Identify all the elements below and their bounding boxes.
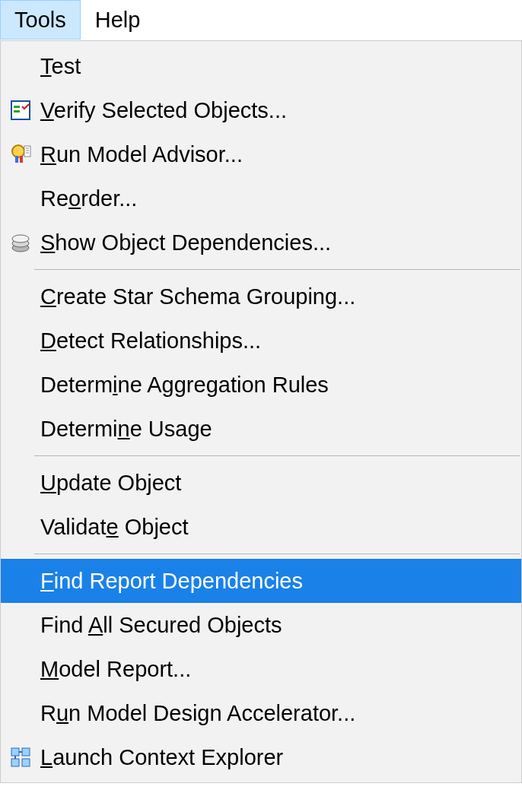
menu-item-label: Show Object Dependencies... bbox=[36, 230, 331, 255]
menu-item-starschema[interactable]: Create Star Schema Grouping... bbox=[1, 274, 521, 319]
menu-item-reorder[interactable]: Reorder... bbox=[1, 176, 521, 220]
menu-item-findall[interactable]: Find All Secured Objects bbox=[1, 603, 521, 647]
menu-item-label: Create Star Schema Grouping... bbox=[36, 284, 355, 309]
menu-item-label: Detect Relationships... bbox=[36, 328, 261, 354]
menu-item-detectrel[interactable]: Detect Relationships... bbox=[1, 319, 521, 363]
menu-item-modelrep[interactable]: Model Report... bbox=[1, 647, 521, 691]
menu-item-detagg[interactable]: Determine Aggregation Rules bbox=[1, 363, 521, 407]
advisor-icon bbox=[5, 143, 36, 166]
menu-item-label: Find Report Dependencies bbox=[36, 569, 303, 594]
menubar-item-label: Tools bbox=[14, 8, 66, 33]
menu-item-label: Reorder... bbox=[36, 186, 137, 211]
menu-item-launchctx[interactable]: Launch Context Explorer bbox=[1, 735, 521, 779]
svg-rect-5 bbox=[20, 156, 23, 163]
menu-item-label: Launch Context Explorer bbox=[36, 745, 283, 770]
layers-icon bbox=[5, 231, 36, 254]
menu-item-label: Update Object bbox=[36, 471, 181, 496]
svg-rect-1 bbox=[14, 106, 20, 108]
menu-item-rundesign[interactable]: Run Model Design Accelerator... bbox=[1, 691, 521, 735]
menu-item-label: Test bbox=[36, 54, 81, 79]
svg-rect-15 bbox=[11, 759, 19, 766]
menu-separator bbox=[34, 269, 520, 270]
menu-item-label: Determine Usage bbox=[36, 417, 212, 442]
menu-item-detusage[interactable]: Determine Usage bbox=[1, 407, 521, 451]
menu-item-updobj[interactable]: Update Object bbox=[1, 461, 521, 505]
svg-rect-6 bbox=[24, 146, 30, 157]
context-icon bbox=[5, 746, 36, 769]
verify-icon bbox=[5, 99, 36, 122]
menu-item-label: Determine Aggregation Rules bbox=[36, 373, 329, 398]
menubar: Tools Help bbox=[0, 0, 522, 40]
svg-rect-4 bbox=[15, 156, 18, 163]
menu-item-findrep[interactable]: Find Report Dependencies bbox=[1, 559, 521, 603]
menu-item-test[interactable]: Test bbox=[1, 44, 521, 88]
menu-item-valobj[interactable]: Validate Object bbox=[1, 505, 521, 549]
menu-separator bbox=[34, 553, 520, 554]
menu-item-verify[interactable]: Verify Selected Objects... bbox=[1, 88, 521, 132]
svg-point-3 bbox=[12, 145, 24, 157]
menubar-item-label: Help bbox=[95, 8, 141, 33]
menu-item-label: Validate Object bbox=[36, 515, 189, 540]
menubar-item-tools[interactable]: Tools bbox=[0, 0, 81, 40]
menu-item-runadvisor[interactable]: Run Model Advisor... bbox=[1, 132, 521, 176]
menu-item-label: Run Model Design Accelerator... bbox=[36, 701, 355, 726]
svg-rect-16 bbox=[22, 759, 30, 766]
menu-item-label: Run Model Advisor... bbox=[36, 142, 243, 167]
tools-dropdown-menu: Test Verify Selected Objects... Run Mode… bbox=[0, 40, 522, 783]
menu-item-showdep[interactable]: Show Object Dependencies... bbox=[1, 220, 521, 265]
menu-separator bbox=[34, 455, 520, 456]
svg-rect-13 bbox=[11, 748, 19, 756]
svg-rect-14 bbox=[22, 748, 30, 756]
menubar-item-help[interactable]: Help bbox=[81, 0, 155, 40]
menu-item-label: Find All Secured Objects bbox=[36, 613, 282, 638]
menu-item-label: Verify Selected Objects... bbox=[36, 98, 287, 123]
menu-item-label: Model Report... bbox=[36, 657, 191, 682]
svg-rect-2 bbox=[14, 110, 20, 113]
svg-point-12 bbox=[12, 235, 29, 243]
